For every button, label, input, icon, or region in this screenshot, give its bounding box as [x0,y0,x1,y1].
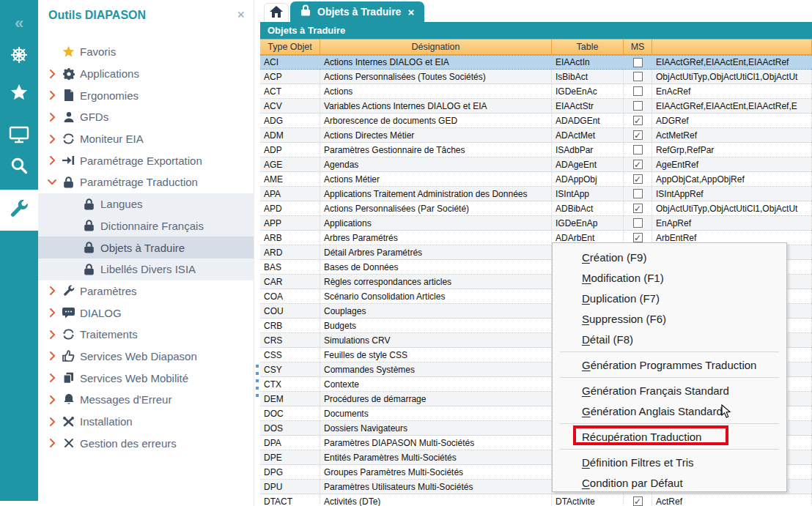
chevron-right-icon[interactable] [46,308,58,318]
table-row-apa[interactable]: APAApplications Traitement Administratio… [260,187,812,201]
refresh-icon [62,133,75,144]
table-cell: DTACT [260,494,320,506]
chevron-right-icon[interactable] [46,395,58,405]
checkbox-unchecked-icon[interactable] [633,145,643,155]
table-cell: Actions Métier [320,172,552,186]
menu-item-modification-f1-[interactable]: Modification (F1) [553,267,786,288]
table-row-ame[interactable]: AMEActions MétierADAppObj✓AppObjCat,AppO… [260,172,812,187]
table-cell: DPE [260,450,320,464]
sidebar-item-param-trage-traduction[interactable]: Paramétrage Traduction [38,171,254,193]
home-icon [270,6,283,21]
sidebar-item-gfds[interactable]: GFDs [38,106,254,128]
table-row-acv[interactable]: ACVVariables Actions Internes DIALOG et … [260,99,812,114]
table-cell: ISIntApp [552,187,624,201]
column-header-d-signation[interactable]: Désignation [320,40,552,54]
table-row-adg[interactable]: ADGArborescence de documents GEDADADGEnt… [260,114,812,128]
checkbox-unchecked-icon[interactable] [633,86,643,96]
table-cell: CTX [260,377,320,391]
sidebar-item-services-web-mobilit-[interactable]: Services Web Mobilité [38,367,254,389]
checkbox-unchecked-icon[interactable] [633,101,643,111]
menu-item-g-n-ration-fran-ais-standard[interactable]: Génération Français Standard [553,380,786,401]
table-row-act[interactable]: ACTActionsIGDeEnAcEnAcRef [260,84,812,99]
sidebar-item-traitements[interactable]: Traitements [38,324,254,346]
table-cell: ADBibAct [552,201,624,215]
rail-search-button[interactable] [0,151,38,183]
checkbox-checked-icon[interactable]: ✓ [633,130,643,140]
sidebar-item-libell-s-divers-isia[interactable]: Libellés Divers ISIA [38,258,254,280]
table-cell: IGDeEnAp [552,216,624,230]
sidebar-item-favoris[interactable]: Favoris [38,41,254,63]
table-cell: CAR [260,275,320,289]
table-row-app[interactable]: APPApplicationsIGDeEnApEnApRef [260,216,812,231]
chevron-right-icon[interactable] [46,134,58,144]
table-row-aci[interactable]: ACIActions Internes DIALOG et EIAEIAActI… [260,55,812,70]
menu-item-g-n-ration-programmes-traduction[interactable]: Génération Programmes Traduction [553,354,786,375]
checkbox-unchecked-icon[interactable] [633,58,643,67]
table-row-adm[interactable]: ADMActions Directes MétierADActMet✓ActMe… [260,128,812,143]
sidebar-item-langues[interactable]: Langues [38,193,254,215]
menu-item-duplication-f7-[interactable]: Duplication (F7) [553,288,786,308]
collapse-sidebar-button[interactable]: « [0,7,38,40]
table-row-dtact[interactable]: DTACTActivités (DTe)DTActivite✓ActRef [260,494,812,506]
checkbox-unchecked-icon[interactable] [633,189,643,198]
chevron-right-icon[interactable] [46,373,58,383]
rail-monitor-button[interactable] [0,120,38,152]
checkbox-checked-icon[interactable]: ✓ [633,116,643,125]
chevron-right-icon[interactable] [46,286,58,296]
table-row-acp[interactable]: ACPActions Personnalisées (Toutes Sociét… [260,70,812,84]
chevron-right-icon[interactable] [46,90,58,100]
column-header-extra[interactable] [652,40,812,54]
sidebar-item-objets-traduire[interactable]: Objets à Traduire [38,237,254,258]
chevron-down-icon[interactable] [46,179,58,185]
chevron-right-icon[interactable] [46,69,58,79]
column-header-type-objet[interactable]: Type Objet [260,40,320,54]
sidebar-item-param-trage-exportation[interactable]: Paramétrage Exportation [38,149,254,171]
column-header-table[interactable]: Table [552,40,624,54]
table-row-age[interactable]: AGEAgendasADAgeEnt✓AgeEntRef [260,157,812,172]
sidebar-item-ergonomies[interactable]: Ergonomies [38,84,254,106]
close-icon[interactable]: × [237,7,245,23]
sidebar-item-gestion-des-erreurs[interactable]: Gestion des erreurs [38,432,254,454]
sidebar-item-applications[interactable]: Applications [38,63,254,85]
checkbox-checked-icon[interactable]: ✓ [633,204,643,213]
sidebar-item-services-web-diapason[interactable]: Services Web Diapason [38,346,254,368]
menu-item-d-tail-f8-[interactable]: Détail (F8) [553,329,786,349]
chevron-right-icon[interactable] [46,330,58,340]
rail-wheel-button[interactable] [0,40,38,72]
checkbox-checked-icon[interactable]: ✓ [633,174,643,184]
table-row-apd[interactable]: APDActions Personnalisées (Par Société)A… [260,201,812,216]
menu-item-suppression-f6-[interactable]: Suppression (F6) [553,308,786,329]
chevron-right-icon[interactable] [46,438,58,448]
menu-item-condition-par-d-faut[interactable]: Condition par Défaut [553,472,786,493]
menu-item-d-finition-filtres-et-tris[interactable]: Définition Filtres et Tris [553,452,786,472]
table-cell: Procédures de démarrage [320,392,552,406]
column-header-ms[interactable]: MS [624,40,652,54]
menu-item-cr-ation-f9-[interactable]: Création (F9) [553,247,786,267]
checkbox-checked-icon[interactable]: ✓ [633,233,643,242]
tab-close-icon[interactable]: × [407,7,414,18]
sidebar-item-messages-d-erreur[interactable]: Messages d'Erreur [38,389,254,411]
table-cell: ActMetRef [652,128,812,142]
dialog-icon [62,308,75,319]
sidebar-item-dictionnaire-fran-ais[interactable]: Dictionnaire Français [38,215,254,237]
checkbox-unchecked-icon[interactable] [633,72,643,81]
menu-item-g-n-ration-anglais-standard[interactable]: Génération Anglais Standard [553,401,786,421]
menu-item-r-cup-ration-traduction[interactable]: Récupération Traduction [553,426,786,447]
chevron-right-icon[interactable] [46,112,58,122]
checkbox-checked-icon[interactable]: ✓ [633,496,643,506]
table-row-adp[interactable]: ADPParamètres Gestionnaire de TâchesISAd… [260,143,812,157]
tab-objets-a-traduire[interactable]: Objets à Traduire × [290,1,424,22]
sidebar-item-dialog[interactable]: DIALOG [38,302,254,324]
chevron-right-icon[interactable] [46,417,58,427]
home-tab[interactable] [264,3,289,23]
rail-favorites-button[interactable] [0,78,38,110]
checkbox-unchecked-icon[interactable] [633,218,643,228]
table-cell: ACV [260,99,320,113]
chevron-right-icon[interactable] [46,351,58,361]
sidebar-item-param-tres[interactable]: Paramètres [38,280,254,302]
sidebar-item-installation[interactable]: Installation [38,411,254,433]
rail-tools-button[interactable] [0,190,38,231]
checkbox-checked-icon[interactable]: ✓ [633,160,643,169]
chevron-right-icon[interactable] [46,155,58,165]
sidebar-item-moniteur-eia[interactable]: Moniteur EIA [38,128,254,150]
